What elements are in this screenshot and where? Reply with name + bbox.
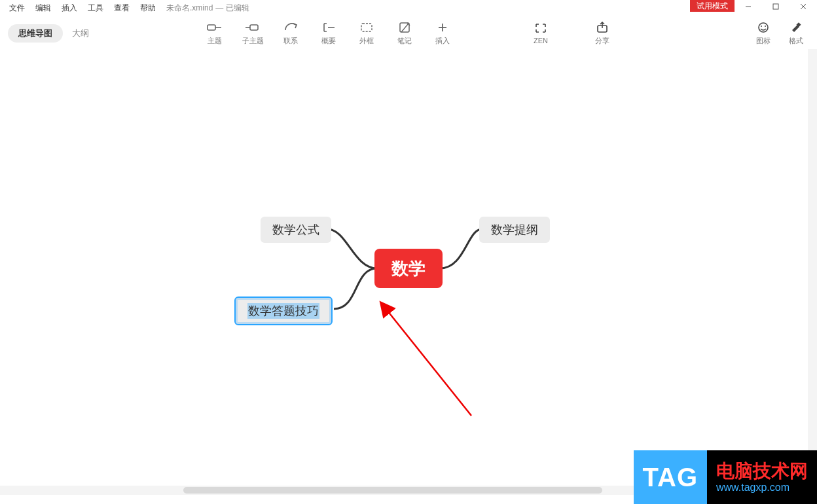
horizontal-scrollbar-thumb[interactable] [183,487,602,494]
boundary-button[interactable]: 外框 [348,18,385,48]
share-button[interactable]: 分享 [584,18,621,48]
svg-point-15 [761,26,762,27]
central-topic-text: 数学 [391,257,426,280]
zen-label: ZEN [534,37,548,45]
window-controls [735,0,817,13]
subtopic-tips-text: 数学答题技巧 [247,303,319,319]
menu-edit[interactable]: 编辑 [30,1,56,15]
insert-label: 插入 [435,36,450,46]
menu-help[interactable]: 帮助 [135,1,161,15]
subtopic-formula-node[interactable]: 数学公式 [261,217,331,243]
zen-icon [534,21,547,35]
plus-icon [437,20,448,35]
svg-rect-4 [208,25,215,30]
format-label: 格式 [789,36,803,46]
relationship-button[interactable]: 联系 [272,18,309,48]
summary-icon [321,20,336,35]
central-topic-node[interactable]: 数学 [374,249,443,288]
menu-view[interactable]: 查看 [109,1,135,15]
svg-rect-9 [361,24,372,31]
watermark-tag: TAG [634,450,707,504]
mindmap-canvas[interactable]: 数学 数学公式 数学提纲 数学答题技巧 [0,49,809,484]
notes-icon [398,20,411,35]
watermark-text: 电脑技术网 www.tagxp.com [707,450,817,504]
subtopic-label: 子主题 [242,36,264,46]
document-title: 未命名.xmind [161,1,215,15]
svg-rect-7 [250,25,258,30]
share-label: 分享 [595,36,609,46]
view-mindmap-tab[interactable]: 思维导图 [8,24,63,43]
topic-icon [207,20,223,35]
toolbar: 思维导图 大纲 主题 子主题 联系 概要 外框 笔记 插入 [0,15,817,50]
smiley-icon [757,20,770,35]
subtopic-button[interactable]: 子主题 [234,18,271,48]
subtopic-outline-text: 数学提纲 [491,222,538,238]
boundary-icon [359,20,374,35]
icons-label: 图标 [756,36,771,46]
summary-button[interactable]: 概要 [310,18,347,48]
menu-tools[interactable]: 工具 [82,1,109,15]
format-button[interactable]: 格式 [782,18,810,48]
relationship-icon [283,20,299,35]
menu-insert[interactable]: 插入 [56,1,82,15]
zen-button[interactable]: ZEN [522,18,559,48]
window-minimize-button[interactable] [735,0,762,13]
toolbar-main-group: 主题 子主题 联系 概要 外框 笔记 插入 [196,18,461,48]
share-icon [596,20,609,35]
notes-label: 笔记 [397,36,412,46]
watermark-line1: 电脑技术网 [716,461,808,482]
icons-button[interactable]: 图标 [749,18,778,48]
topic-label: 主题 [208,36,222,46]
toolbar-right-group: ZEN 分享 [522,18,621,48]
watermark-line2: www.tagxp.com [716,482,808,494]
window-maximize-button[interactable] [762,0,790,13]
document-status: — 已编辑 [215,1,249,15]
svg-point-16 [765,26,766,27]
boundary-label: 外框 [359,36,374,46]
topic-button[interactable]: 主题 [196,18,233,48]
view-outline-tab[interactable]: 大纲 [71,24,90,43]
watermark-badge: TAG 电脑技术网 www.tagxp.com [634,450,817,504]
subtopic-tips-node-selected[interactable]: 数学答题技巧 [234,297,333,325]
svg-line-18 [388,311,471,416]
insert-button[interactable]: 插入 [424,18,461,48]
subtopic-icon [244,20,261,35]
summary-label: 概要 [321,36,336,46]
notes-button[interactable]: 笔记 [386,18,423,48]
vertical-scrollbar[interactable] [808,49,817,488]
svg-point-14 [759,23,768,32]
subtopic-outline-node[interactable]: 数学提纲 [479,217,550,243]
view-toggle: 思维导图 大纲 [8,24,90,43]
svg-rect-1 [773,4,778,9]
relationship-label: 联系 [283,36,298,46]
window-close-button[interactable] [790,0,817,13]
trial-mode-badge[interactable]: 试用模式 [690,0,735,12]
format-icon [790,20,803,35]
subtopic-formula-text: 数学公式 [272,222,319,238]
menu-file[interactable]: 文件 [4,1,30,15]
toolbar-far-right-group: 图标 格式 [749,18,810,48]
